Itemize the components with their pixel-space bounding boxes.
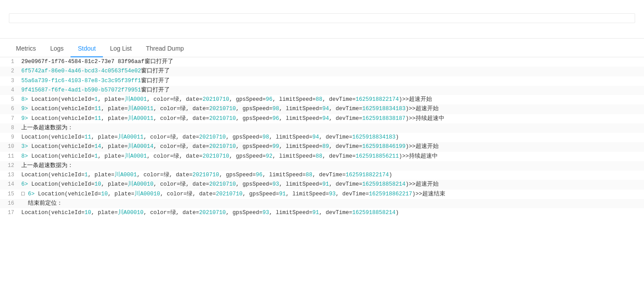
log-line-content: 9> Location(vehicleId=11, plate=川A00011,… <box>21 114 644 123</box>
table-row: 26f5742af-86e0-4a46-bcd3-4c0563f54e02窗口打… <box>0 67 644 76</box>
log-line-content: 3> Location(vehicleId=14, plate=川A00014,… <box>21 142 644 151</box>
info-row-1 <box>9 13 635 23</box>
log-line-content: 9> Location(vehicleId=11, plate=川A00011,… <box>21 104 644 114</box>
line-number: 14 <box>0 180 21 189</box>
info-row-2 <box>9 27 635 34</box>
log-content: 129e0967f-1f76-4584-81c2-73e7 83f96aaf窗口… <box>0 57 644 218</box>
table-row: 118> Location(vehicleId=1, plate=川A0001,… <box>0 152 644 161</box>
table-row: 79> Location(vehicleId=11, plate=川A00011… <box>0 114 644 123</box>
log-line-content: 9f415687-f6fe-4ad1-b590-b57072f79951窗口打开… <box>21 86 644 95</box>
log-line-content: 55a6a739-f1c6-4103-87e8-3c3c95f39ff1窗口打开… <box>21 76 644 86</box>
line-number: 13 <box>0 171 21 179</box>
table-row: 15□ 6> Location(vehicleId=10, plate=川A00… <box>0 190 644 199</box>
line-number: 9 <box>0 133 21 142</box>
log-line-content: 6f5742af-86e0-4a46-bcd3-4c0563f54e02窗口打开… <box>21 67 644 76</box>
line-number: 10 <box>0 142 21 151</box>
table-row: 355a6a739-f1c6-4103-87e8-3c3c95f39ff1窗口打… <box>0 76 644 86</box>
line-number: 8 <box>0 123 21 132</box>
log-line-content: Location(vehicleId=11, plate=川A00011, co… <box>21 133 644 142</box>
page-header <box>0 0 644 39</box>
log-line-content: Location(vehicleId=1, plate=川A0001, colo… <box>21 171 644 180</box>
table-row: 146> Location(vehicleId=10, plate=川A0001… <box>0 180 644 189</box>
line-number: 6 <box>0 104 21 113</box>
log-line-content: 29e0967f-1f76-4584-81c2-73e7 83f96aaf窗口打… <box>21 57 644 67</box>
line-number: 1 <box>0 57 21 66</box>
table-row: 9Location(vehicleId=11, plate=川A00011, c… <box>0 133 644 142</box>
log-line-content: 结束前定位： <box>21 199 644 208</box>
table-row: 13Location(vehicleId=1, plate=川A0001, co… <box>0 171 644 180</box>
table-row: 69> Location(vehicleId=11, plate=川A00011… <box>0 104 644 114</box>
line-number: 11 <box>0 152 21 161</box>
log-line-content: 8> Location(vehicleId=1, plate=川A0001, c… <box>21 152 644 161</box>
line-number: 17 <box>0 208 21 217</box>
tab-logs[interactable]: Logs <box>43 40 71 57</box>
line-number: 5 <box>0 95 21 104</box>
tab-log-list[interactable]: Log List <box>103 40 139 57</box>
table-row: 17Location(vehicleId=10, plate=川A00010, … <box>0 208 644 218</box>
line-number: 16 <box>0 199 21 208</box>
tab-thread-dump[interactable]: Thread Dump <box>139 40 191 57</box>
table-row: 129e0967f-1f76-4584-81c2-73e7 83f96aaf窗口… <box>0 57 644 67</box>
table-row: 16 结束前定位： <box>0 199 644 208</box>
line-number: 7 <box>0 114 21 123</box>
table-row: 12上一条超速数据为： <box>0 161 644 171</box>
table-row: 49f415687-f6fe-4ad1-b590-b57072f79951窗口打… <box>0 86 644 95</box>
table-row: 58> Location(vehicleId=1, plate=川A0001, … <box>0 95 644 104</box>
log-line-content: 上一条超速数据为： <box>21 161 644 171</box>
log-line-content: □ 6> Location(vehicleId=10, plate=川A0001… <box>21 190 644 199</box>
tab-bar: Metrics Logs Stdout Log List Thread Dump <box>0 40 644 57</box>
tab-metrics[interactable]: Metrics <box>9 40 43 57</box>
table-row: 103> Location(vehicleId=14, plate=川A0001… <box>0 142 644 151</box>
tab-stdout[interactable]: Stdout <box>71 40 102 57</box>
log-line-content: 8> Location(vehicleId=1, plate=川A0001, c… <box>21 95 644 104</box>
log-line-content: Location(vehicleId=10, plate=川A00010, co… <box>21 208 644 218</box>
line-number: 4 <box>0 86 21 95</box>
line-number: 12 <box>0 161 21 170</box>
table-row: 8上一条超速数据为： <box>0 123 644 133</box>
line-number: 3 <box>0 76 21 85</box>
log-line-content: 6> Location(vehicleId=10, plate=川A00010,… <box>21 180 644 189</box>
log-table: 129e0967f-1f76-4584-81c2-73e7 83f96aaf窗口… <box>0 57 644 218</box>
log-line-content: 上一条超速数据为： <box>21 123 644 133</box>
line-number: 2 <box>0 67 21 75</box>
line-number: 15 <box>0 190 21 199</box>
